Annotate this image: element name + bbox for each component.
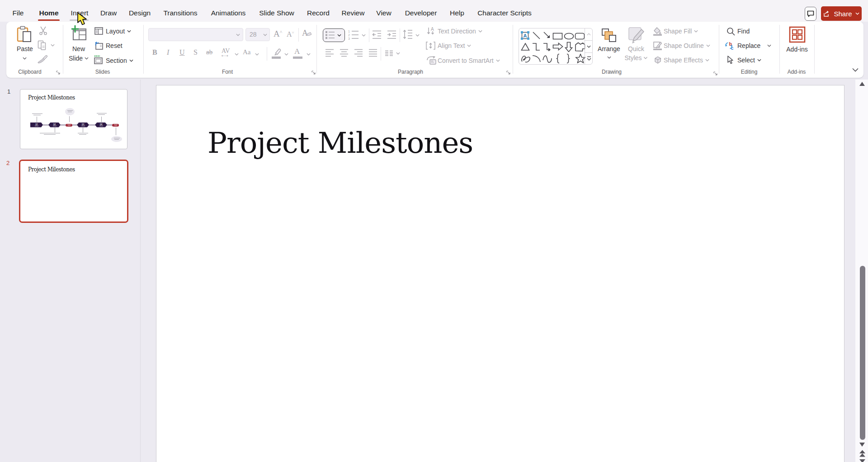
triangle-shape[interactable] [521,42,530,51]
curve-shape[interactable] [542,54,552,63]
shape-effects-icon [653,56,662,65]
font-name-combobox[interactable] [148,28,243,41]
tab-help[interactable]: Help [450,6,464,20]
format-painter-icon [37,55,47,64]
grow-font-button[interactable]: A˄ [274,29,282,39]
svg-text:A: A [431,27,434,32]
arc-shape[interactable] [532,54,541,63]
tab-view[interactable]: View [376,6,391,20]
rounded-rectangle-shape[interactable] [575,33,585,40]
copy-icon [38,40,48,51]
scroll-down-button[interactable] [859,443,865,447]
next-slide-button[interactable] [859,459,866,462]
section-chevron-icon [129,59,133,62]
bold-button[interactable]: B [152,48,157,57]
mouse-cursor [76,12,89,26]
svg-text:1: 1 [348,30,350,33]
cloud-callout-top [65,108,75,115]
right-arrow-shape[interactable] [552,42,563,51]
text-shadow-button[interactable]: S [193,48,198,57]
tab-record[interactable]: Record [307,6,330,20]
text-direction-icon: A [427,27,436,35]
font-name-chevron-icon [236,33,240,36]
font-size-combobox[interactable]: 28 [245,28,270,41]
italic-button[interactable]: I [167,48,169,57]
align-left-icon [325,49,334,57]
clear-formatting-button[interactable]: A [302,28,311,38]
addins-group-label: Add-ins [788,69,806,75]
new-slide-label-2: Slide [69,55,89,62]
shrink-font-button[interactable]: A˅ [287,30,294,38]
tab-slide-show[interactable]: Slide Show [259,6,294,20]
rectangle-shape[interactable] [552,33,563,40]
layout-icon [94,27,103,35]
section-label: Section [106,57,133,64]
bullets-button[interactable] [323,28,345,42]
arrange-chevron-icon [607,56,611,59]
tab-file[interactable]: File [13,6,24,20]
paragraph-dialog-launcher-icon[interactable] [506,71,511,75]
share-chevron-icon [855,12,859,15]
elbow-arrow-connector-shape[interactable] [542,42,552,51]
text-direction-chevron-icon [478,30,482,33]
freeform-shape[interactable] [575,42,585,52]
slide-1-thumbnail[interactable]: Project Milestones [20,89,127,149]
select-chevron-icon [757,59,761,61]
clipboard-dialog-launcher-icon[interactable] [56,71,61,75]
oval-shape[interactable] [564,33,574,40]
right-brace-shape[interactable] [566,53,571,64]
scrollbar-thumb[interactable] [860,266,865,440]
comments-button[interactable] [805,7,816,21]
highlight-chevron-icon [284,53,288,56]
shape-outline-chevron-icon [706,44,710,47]
slide-canvas[interactable]: Project Milestones [156,85,844,462]
shape-gallery-down-button[interactable] [585,40,593,52]
left-brace-shape[interactable] [555,53,561,64]
text-direction-label: Text Direction [438,28,482,35]
timeline-q3-shape: Q3 [77,123,89,127]
clipboard-group-label: Clipboard [18,69,41,75]
font-dialog-launcher-icon[interactable] [311,71,316,75]
scribble-shape[interactable] [520,54,530,63]
slide-2-thumbnail[interactable]: Project Milestones [19,160,128,223]
down-arrow-shape[interactable] [564,42,573,52]
character-spacing-button[interactable]: AV ⇠⇢ [222,47,230,58]
tab-home[interactable]: Home [39,6,58,20]
text-box-shape[interactable]: A [520,31,530,40]
convert-smartart-label: Convert to SmartArt [438,57,500,64]
share-button[interactable]: Share [821,6,862,21]
strikethrough-button[interactable]: ab [206,48,212,56]
shape-effects-label: Shape Effects [664,57,709,64]
tab-developer[interactable]: Developer [405,6,437,20]
tab-design[interactable]: Design [129,6,151,20]
tab-draw[interactable]: Draw [100,6,117,20]
line-shape[interactable] [532,31,541,40]
gallery-down-icon [587,45,591,48]
tab-character-scripts[interactable]: Character Scripts [477,6,532,20]
font-color-glyph: A [294,47,300,56]
underline-button[interactable]: U [179,48,185,57]
shape-gallery-more-button[interactable] [585,52,593,64]
annotation-4 [96,113,107,116]
quick-styles-icon [628,27,644,44]
change-case-button[interactable]: Aa [243,48,251,56]
shape-gallery-up-button[interactable] [585,28,593,40]
layout-chevron-icon [127,30,131,33]
font-color-chevron-icon [307,53,311,56]
align-text-chevron-icon [467,44,471,47]
tab-animations[interactable]: Animations [211,6,246,20]
collapse-ribbon-button[interactable] [852,68,859,72]
svg-text:2: 2 [348,33,350,37]
convert-smartart-icon [426,56,436,65]
previous-slide-button[interactable] [859,450,866,458]
drawing-dialog-launcher-icon[interactable] [713,71,718,76]
tab-review[interactable]: Review [342,6,365,20]
active-tab-underline [38,19,60,21]
tab-transitions[interactable]: Transitions [163,6,197,20]
increase-indent-icon [387,30,396,39]
new-slide-label-1: New [72,45,85,52]
elbow-connector-shape[interactable] [532,42,541,51]
scroll-up-button[interactable] [859,82,865,86]
arrow-line-shape[interactable] [543,31,552,40]
align-center-icon [340,49,349,57]
